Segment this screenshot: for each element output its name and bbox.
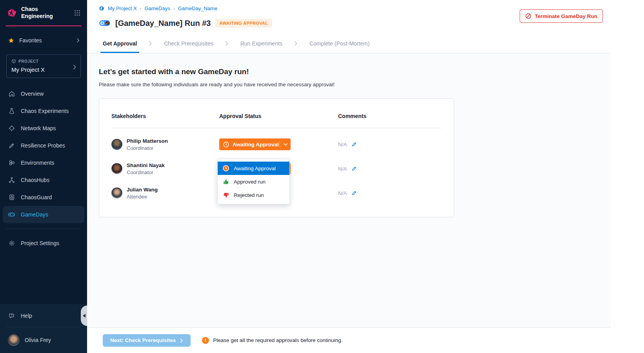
user-avatar [8, 334, 20, 346]
content-heading: Let’s get started with a new GameDay run… [99, 67, 599, 76]
star-icon [8, 37, 15, 44]
sidebar-item-favorites[interactable]: Favorites [0, 36, 87, 45]
sidebar-item-chaos-experiments[interactable]: Chaos Experiments [0, 102, 87, 120]
approval-status-cell: Awaiting Approval [219, 138, 338, 150]
sidebar-divider [6, 327, 81, 327]
breadcrumb-link-gamedays[interactable]: GameDays [145, 5, 170, 11]
sidebar-item-network-maps[interactable]: Network Maps [0, 120, 87, 137]
chevron-right-icon [294, 41, 298, 46]
column-header-comments: Comments [338, 113, 366, 119]
edit-comment-icon[interactable] [351, 142, 357, 147]
project-selector[interactable]: PROJECT My Project X [6, 55, 81, 78]
run-stepper: Get Approval Check Prerequisites Run Exp… [87, 34, 611, 53]
table-header-row: Stakeholders Approval Status Comments [111, 113, 442, 119]
avatar [111, 139, 122, 150]
stakeholder-cell: Julian Wang Attendee [111, 187, 219, 200]
project-name: My Project X [11, 66, 76, 73]
sidebar-divider [6, 229, 81, 229]
sidebar: Chaos Engineering Favorites [0, 0, 87, 353]
comment-cell: N/A [338, 142, 357, 147]
breadcrumb-link-gameday-name[interactable]: GameDay_Name [178, 5, 217, 11]
footer-warning: ! Please get all the required approvals … [202, 337, 342, 344]
brand-pink-divider [5, 25, 82, 26]
favorites-label: Favorites [19, 37, 42, 44]
chevron-right-icon [149, 41, 152, 46]
comment-cell: N/A [338, 166, 357, 172]
status-badge: AWAITING APPROVAL [215, 19, 272, 27]
user-profile[interactable]: Olivia Frey [0, 330, 87, 353]
stakeholder-name: Julian Wang [127, 187, 158, 193]
dropdown-option-approved-run[interactable]: Approved run [218, 175, 289, 188]
gamepad-emoji-icon [99, 19, 111, 27]
stakeholders-card: Stakeholders Approval Status Comments Ph… [99, 98, 454, 217]
sidebar-nav: Overview Chaos Experiments Network Maps … [0, 85, 87, 223]
stakeholder-role: Coordinator [127, 169, 165, 175]
avatar [111, 163, 122, 174]
stakeholder-role: Attendee [127, 194, 158, 200]
thumbs-up-icon [222, 178, 229, 185]
page-header: My Project X › GameDays › GameDay_Name [… [87, 0, 611, 30]
comment-value: N/A [338, 190, 347, 196]
breadcrumb-logo-icon [99, 5, 105, 11]
sidebar-item-chaoshubs[interactable]: ChaosHubs [0, 171, 87, 189]
edit-comment-icon[interactable] [351, 166, 357, 171]
content-area: Let’s get started with a new GameDay run… [87, 53, 611, 327]
dropdown-option-rejected-run[interactable]: Rejected run [218, 188, 289, 202]
gamepad-icon [8, 211, 15, 218]
sidebar-item-gamedays[interactable]: GameDays [3, 206, 84, 223]
sidebar-item-project-settings[interactable]: Project Settings [0, 235, 87, 252]
collapse-left-icon [83, 314, 86, 318]
stakeholder-cell: Shantini Nayak Coordinator [111, 162, 219, 175]
stakeholder-name: Philip Matterson [127, 138, 168, 144]
table-header-divider [111, 128, 442, 128]
sidebar-item-chaosguard[interactable]: ChaosGuard [0, 189, 87, 206]
edit-comment-icon[interactable] [351, 190, 357, 196]
tab-get-approval[interactable]: Get Approval [100, 34, 139, 53]
breadcrumb-link-project[interactable]: My Project X [108, 5, 137, 11]
prohibit-icon [525, 13, 531, 19]
warning-icon: ! [202, 337, 209, 344]
breadcrumb-separator: › [140, 6, 142, 11]
breadcrumb-separator: › [173, 6, 175, 11]
chevron-right-icon [180, 338, 183, 343]
network-map-icon [8, 125, 15, 132]
tab-complete-post-mortem[interactable]: Complete (Post-Mortem) [307, 34, 372, 53]
comment-value: N/A [338, 142, 347, 147]
status-dropdown-menu: Awaiting Approval Approved run [217, 159, 290, 204]
app-grid-icon[interactable] [74, 9, 81, 16]
chevron-down-icon[interactable] [280, 143, 291, 146]
table-body: Philip Matterson Coordinator Awaiting Ap… [111, 132, 442, 205]
lock-badge-icon [8, 194, 15, 201]
warning-message: Please get all the required approvals be… [213, 337, 342, 343]
probe-pen-icon [8, 142, 15, 149]
clock-icon [223, 141, 229, 148]
tab-run-experiments[interactable]: Run Experiments [238, 34, 285, 53]
project-kicker-label: PROJECT [18, 59, 38, 64]
environments-icon [8, 159, 15, 166]
sidebar-item-resilience-probes[interactable]: Resilience Probes [0, 137, 87, 154]
chevron-right-icon [76, 38, 80, 43]
gear-icon [8, 240, 15, 247]
dropdown-option-awaiting-approval[interactable]: Awaiting Approval [218, 162, 289, 175]
sidebar-item-environments[interactable]: Environments [0, 154, 87, 171]
stakeholder-name: Shantini Nayak [127, 162, 165, 168]
right-gutter [611, 0, 644, 353]
home-icon [8, 90, 15, 97]
footer-bar: Next: Check Prerequisites ! Please get a… [87, 327, 611, 353]
next-check-prerequisites-button[interactable]: Next: Check Prerequisites [103, 334, 191, 347]
terminate-gameday-button[interactable]: Terminate GameDay Run [520, 9, 603, 23]
sidebar-collapse-handle[interactable] [81, 306, 87, 326]
chaos-engineering-logo-icon [7, 8, 17, 18]
tab-check-prerequisites[interactable]: Check Prerequisites [162, 34, 215, 53]
table-row: Philip Matterson Coordinator Awaiting Ap… [111, 132, 442, 156]
content-subheading: Please make sure the following individua… [99, 82, 599, 87]
cube-icon [11, 59, 16, 64]
user-name: Olivia Frey [25, 337, 51, 343]
status-dropdown-button[interactable]: Awaiting Approval [219, 138, 291, 150]
sidebar-item-overview[interactable]: Overview [0, 85, 87, 102]
hub-molecule-icon [8, 176, 15, 184]
sidebar-item-help[interactable]: ? Help [0, 308, 87, 324]
page-title: [GameDay_Name] Run #3 [115, 19, 211, 28]
column-header-stakeholders: Stakeholders [111, 113, 219, 119]
main-area: My Project X › GameDays › GameDay_Name [… [87, 0, 611, 353]
